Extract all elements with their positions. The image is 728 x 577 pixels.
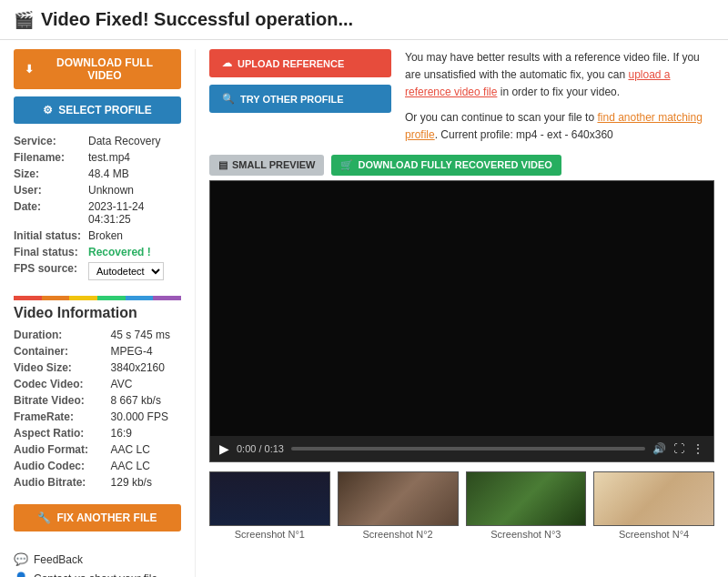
header: 🎬 Video Fixed! Successful operation... <box>0 0 728 40</box>
thumbnail-4: Screenshot N°4 <box>593 471 714 540</box>
video-info-title: Video Information <box>14 305 181 321</box>
thumbnail-3: Screenshot N°3 <box>466 471 587 540</box>
volume-icon[interactable]: 🔊 <box>652 442 666 455</box>
thumbnail-label-4: Screenshot N°4 <box>593 529 714 540</box>
file-info: Service:Data Recovery Filename:test.mp4 … <box>14 133 181 282</box>
right-panel: ☁ UPLOAD REFERENCE 🔍 TRY OTHER PROFILE Y… <box>196 49 728 577</box>
video-controls: ▶ 0:00 / 0:13 🔊 ⛶ ⋮ <box>210 436 713 461</box>
video-time: 0:00 / 0:13 <box>237 443 284 454</box>
thumbnail-image-3 <box>466 471 587 526</box>
feedback-link[interactable]: 💬 FeedBack <box>14 550 181 569</box>
fps-dropdown[interactable]: Autodetect 23.976 24 25 29.97 30 <box>88 262 164 280</box>
fix-another-button[interactable]: 🔧 FIX ANOTHER FILE <box>14 504 181 531</box>
upload-icon: ☁ <box>222 57 232 69</box>
thumbnail-1: Screenshot N°1 <box>209 471 330 540</box>
preview-bar: ▤ SMALL PREVIEW 🛒 DOWNLOAD FULLY RECOVER… <box>209 155 714 176</box>
download-recovered-button[interactable]: 🛒 DOWNLOAD FULLY RECOVERED VIDEO <box>331 155 561 176</box>
color-bar <box>14 296 181 300</box>
preview-icon: ▤ <box>218 159 228 171</box>
thumbnail-label-1: Screenshot N°1 <box>209 529 330 540</box>
video-icon: 🎬 <box>14 10 34 30</box>
thumbnails: Screenshot N°1 Screenshot N°2 Screenshot… <box>209 471 714 540</box>
fix-icon: 🔧 <box>37 511 51 524</box>
feedback-icon: 💬 <box>14 552 28 566</box>
profile-icon: ⚙ <box>43 104 53 116</box>
fullscreen-icon[interactable]: ⛶ <box>673 442 684 455</box>
contact-icon: 👤 <box>14 572 28 577</box>
try-other-profile-button[interactable]: 🔍 TRY OTHER PROFILE <box>209 85 391 113</box>
footer-links: 💬 FeedBack 👤 Contact us about your file … <box>14 550 181 577</box>
download-full-video-button[interactable]: ⬇ DOWNLOAD FULL VIDEO <box>14 49 181 89</box>
thumbnail-label-3: Screenshot N°3 <box>466 529 587 540</box>
download-icon: ⬇ <box>25 63 34 76</box>
search-profile-icon: 🔍 <box>222 93 235 105</box>
progress-bar[interactable] <box>291 447 645 450</box>
small-preview-button[interactable]: ▤ SMALL PREVIEW <box>209 155 324 176</box>
info-text: You may have better results with a refer… <box>405 49 714 144</box>
action-buttons: ☁ UPLOAD REFERENCE 🔍 TRY OTHER PROFILE <box>209 49 391 144</box>
play-button[interactable]: ▶ <box>219 441 229 456</box>
fps-select[interactable]: Autodetect 23.976 24 25 29.97 30 <box>88 260 181 282</box>
fix-another-section: 🔧 FIX ANOTHER FILE <box>14 504 181 531</box>
thumbnail-label-2: Screenshot N°2 <box>338 529 459 540</box>
select-profile-button[interactable]: ⚙ SELECT PROFILE <box>14 96 181 124</box>
upload-reference-button[interactable]: ☁ UPLOAD REFERENCE <box>209 49 391 77</box>
thumbnail-image-2 <box>338 471 459 526</box>
final-status-badge: Recovered ! <box>88 244 181 260</box>
right-top: ☁ UPLOAD REFERENCE 🔍 TRY OTHER PROFILE Y… <box>209 49 714 144</box>
page-title: Video Fixed! Successful operation... <box>41 9 353 30</box>
video-screen <box>210 181 713 436</box>
thumbnail-image-4 <box>593 471 714 526</box>
more-options-icon[interactable]: ⋮ <box>692 441 704 456</box>
contact-link[interactable]: 👤 Contact us about your file <box>14 569 181 577</box>
thumbnail-2: Screenshot N°2 <box>338 471 459 540</box>
cart-icon: 🛒 <box>340 159 353 171</box>
video-player: ▶ 0:00 / 0:13 🔊 ⛶ ⋮ <box>209 180 714 462</box>
video-info: Video Information Duration:45 s 745 ms C… <box>14 305 181 491</box>
left-panel: ⬇ DOWNLOAD FULL VIDEO ⚙ SELECT PROFILE S… <box>0 49 196 577</box>
thumbnail-image-1 <box>209 471 330 526</box>
